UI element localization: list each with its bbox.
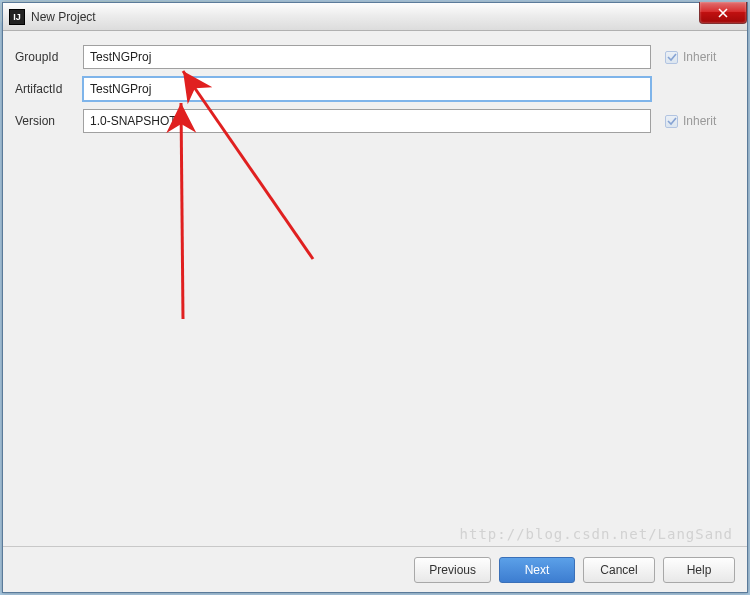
row-groupid: GroupId Inherit [15, 45, 735, 69]
app-icon: IJ [9, 9, 25, 25]
inherit-label: Inherit [683, 114, 716, 128]
label-artifactid: ArtifactId [15, 82, 83, 96]
checkbox-checked-icon [665, 115, 678, 128]
dialog-window: IJ New Project GroupId Inherit ArtifactI… [2, 2, 748, 593]
help-button[interactable]: Help [663, 557, 735, 583]
button-bar: Previous Next Cancel Help [3, 546, 747, 592]
watermark-text: http://blog.csdn.net/LangSand [460, 526, 733, 542]
label-version: Version [15, 114, 83, 128]
next-button[interactable]: Next [499, 557, 575, 583]
input-version[interactable] [83, 109, 651, 133]
svg-line-1 [181, 103, 183, 319]
close-icon [717, 8, 729, 18]
previous-button[interactable]: Previous [414, 557, 491, 583]
inherit-groupid[interactable]: Inherit [665, 50, 735, 64]
row-version: Version Inherit [15, 109, 735, 133]
window-title: New Project [31, 10, 96, 24]
checkbox-checked-icon [665, 51, 678, 64]
input-artifactid[interactable] [83, 77, 651, 101]
close-button[interactable] [699, 2, 747, 24]
input-groupid[interactable] [83, 45, 651, 69]
label-groupid: GroupId [15, 50, 83, 64]
row-artifactid: ArtifactId [15, 77, 735, 101]
inherit-version[interactable]: Inherit [665, 114, 735, 128]
cancel-button[interactable]: Cancel [583, 557, 655, 583]
inherit-label: Inherit [683, 50, 716, 64]
titlebar[interactable]: IJ New Project [3, 3, 747, 31]
dialog-content: GroupId Inherit ArtifactId Version Inher… [3, 31, 747, 546]
